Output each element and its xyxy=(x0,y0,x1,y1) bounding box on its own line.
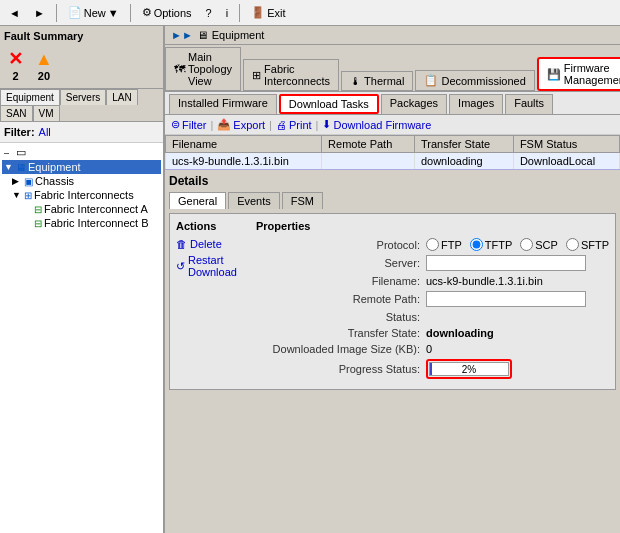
props-col: Properties Protocol: FTP TFTP xyxy=(256,220,609,383)
protocol-label: Protocol: xyxy=(256,239,426,251)
filter-bar: Filter: All xyxy=(0,122,163,143)
info-label: i xyxy=(226,7,228,19)
tree-item-chassis[interactable]: ▶ ▣ Chassis xyxy=(2,174,161,188)
view-tabs: 🗺 Main Topology View ⊞ Fabric Interconne… xyxy=(165,45,620,92)
delete-action[interactable]: 🗑 Delete xyxy=(176,238,246,250)
radio-scp[interactable]: SCP xyxy=(520,238,558,251)
cell-fsm-status: DownloadLocal xyxy=(513,153,619,170)
details-tab-fsm[interactable]: FSM xyxy=(282,192,323,209)
tab-decommissioned[interactable]: 📋 Decommissioned xyxy=(415,70,534,91)
options-button[interactable]: ⚙ Options xyxy=(137,4,197,21)
decom-label: Decommissioned xyxy=(441,75,525,87)
tab-servers[interactable]: Servers xyxy=(60,89,106,105)
downloaded-size-value: 0 xyxy=(426,343,609,355)
actions-col: Actions 🗑 Delete ↺ Restart Download xyxy=(176,220,246,383)
filter-value[interactable]: All xyxy=(39,126,51,138)
help-label: ? xyxy=(206,7,212,19)
tree-item-fi-b[interactable]: ⊟ Fabric Interconnect B xyxy=(2,216,161,230)
thermal-icon: 🌡 xyxy=(350,75,361,87)
tab-equipment[interactable]: Equipment xyxy=(0,89,60,105)
subtab-images[interactable]: Images xyxy=(449,94,503,114)
filter-button[interactable]: ⊜ Filter xyxy=(171,118,206,131)
subtab-download-tasks[interactable]: Download Tasks xyxy=(279,94,379,114)
fi-expander: ▼ xyxy=(12,190,22,200)
tab-fabric-interconnects[interactable]: ⊞ Fabric Interconnects xyxy=(243,59,339,91)
tab-vm[interactable]: VM xyxy=(33,105,60,121)
details-title: Details xyxy=(169,174,616,188)
help-button[interactable]: ? xyxy=(201,5,217,21)
warning-fault: ▲ 20 xyxy=(35,49,53,82)
right-panel: ►► 🖥 Equipment 🗺 Main Topology View ⊞ Fa… xyxy=(165,26,620,533)
delete-icon: 🗑 xyxy=(176,238,187,250)
restart-icon: ↺ xyxy=(176,260,185,273)
table-container: Filename Remote Path Transfer State FSM … xyxy=(165,135,620,170)
fi-b-icon: ⊟ xyxy=(34,218,42,229)
export-icon: 📤 xyxy=(217,118,231,131)
progress-container: 2% xyxy=(426,359,512,379)
fab-label: Fabric Interconnects xyxy=(264,63,330,87)
ftp-radio[interactable] xyxy=(426,238,439,251)
tftp-radio[interactable] xyxy=(470,238,483,251)
chassis-icon: ▣ xyxy=(24,176,33,187)
table-row[interactable]: ucs-k9-bundle.1.3.1i.bin downloading Dow… xyxy=(166,153,620,170)
tab-lan[interactable]: LAN xyxy=(106,89,137,105)
sep1 xyxy=(56,4,57,22)
remote-path-label: Remote Path: xyxy=(256,293,426,305)
progress-label: Progress Status: xyxy=(256,363,426,375)
decom-icon: 📋 xyxy=(424,74,438,87)
cell-transfer-state: downloading xyxy=(414,153,513,170)
subtab-faults[interactable]: Faults xyxy=(505,94,553,114)
info-button[interactable]: i xyxy=(221,5,233,21)
critical-fault: ✕ 2 xyxy=(8,48,23,82)
new-button[interactable]: 📄 New ▼ xyxy=(63,4,124,21)
print-button[interactable]: 🖨 Print xyxy=(276,119,312,131)
options-label: Options xyxy=(154,7,192,19)
fi-b-label: Fabric Interconnect B xyxy=(44,217,149,229)
radio-tftp[interactable]: TFTP xyxy=(470,238,513,251)
tab-main-topology[interactable]: 🗺 Main Topology View xyxy=(165,47,241,91)
radio-ftp[interactable]: FTP xyxy=(426,238,462,251)
tree-item-fi-a[interactable]: ⊟ Fabric Interconnect A xyxy=(2,202,161,216)
sftp-radio[interactable] xyxy=(566,238,579,251)
sub-tabs: Installed Firmware Download Tasks Packag… xyxy=(165,92,620,115)
tree-item-equipment[interactable]: ▼ 🖥 Equipment xyxy=(2,160,161,174)
remote-path-input[interactable] xyxy=(426,291,586,307)
options-icon: ⚙ xyxy=(142,6,152,19)
tab-firmware-management[interactable]: 💾 Firmware Management xyxy=(537,57,620,91)
exit-icon: 🚪 xyxy=(251,6,265,19)
subtab-packages[interactable]: Packages xyxy=(381,94,447,114)
subtab-installed[interactable]: Installed Firmware xyxy=(169,94,277,114)
back-button[interactable]: ◄ xyxy=(4,5,25,21)
radio-sftp[interactable]: SFTP xyxy=(566,238,609,251)
fi-label: Fabric Interconnects xyxy=(34,189,134,201)
cell-remote-path xyxy=(322,153,415,170)
tab-san[interactable]: SAN xyxy=(0,105,33,121)
server-input[interactable] xyxy=(426,255,586,271)
exit-button[interactable]: 🚪 Exit xyxy=(246,4,290,21)
transfer-state-value: downloading xyxy=(426,327,609,339)
ftp-label: FTP xyxy=(441,239,462,251)
fault-summary: Fault Summary ✕ 2 ▲ 20 xyxy=(0,26,163,89)
restart-download-action[interactable]: ↺ Restart Download xyxy=(176,254,246,278)
tree-item-collapse[interactable]: – ▭ xyxy=(2,145,161,160)
topology-icon: 🗺 xyxy=(174,63,185,75)
filename-value: ucs-k9-bundle.1.3.1i.bin xyxy=(426,275,609,287)
equipment-label: Equipment xyxy=(28,161,81,173)
scp-radio[interactable] xyxy=(520,238,533,251)
new-dropdown-icon: ▼ xyxy=(108,7,119,19)
critical-icon: ✕ xyxy=(8,48,23,70)
tree-item-fabric-interconnects[interactable]: ▼ ⊞ Fabric Interconnects xyxy=(2,188,161,202)
prop-status-blank: Status: xyxy=(256,311,609,323)
status-label: Status: xyxy=(256,311,426,323)
main-container: Fault Summary ✕ 2 ▲ 20 Equipment Servers… xyxy=(0,26,620,533)
download-firmware-button[interactable]: ⬇ Download Firmware xyxy=(322,118,431,131)
export-button[interactable]: 📤 Export xyxy=(217,118,265,131)
details-tab-events[interactable]: Events xyxy=(228,192,280,209)
tab-thermal[interactable]: 🌡 Thermal xyxy=(341,71,413,91)
details-tab-general[interactable]: General xyxy=(169,192,226,209)
forward-button[interactable]: ► xyxy=(29,5,50,21)
print-icon: 🖨 xyxy=(276,119,287,131)
print-label: Print xyxy=(289,119,312,131)
nav-tabs: Equipment Servers LAN SAN VM xyxy=(0,89,163,122)
cell-filename: ucs-k9-bundle.1.3.1i.bin xyxy=(166,153,322,170)
